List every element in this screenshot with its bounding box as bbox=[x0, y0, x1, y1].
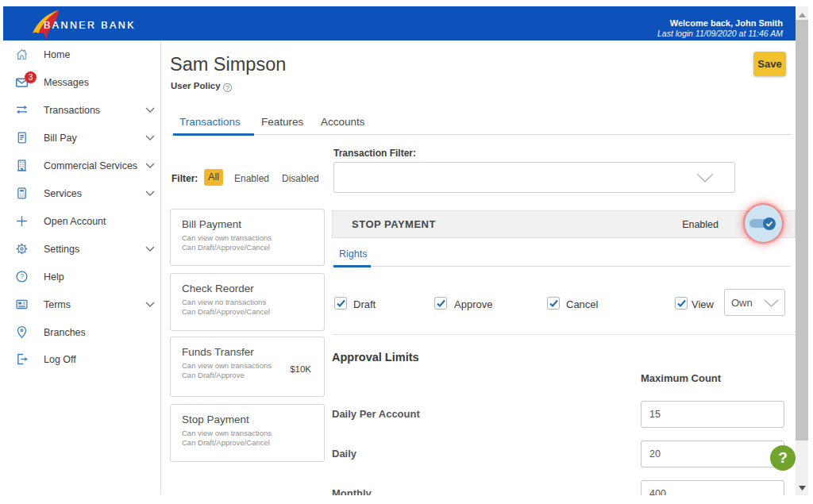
svg-text:?: ? bbox=[20, 272, 24, 280]
